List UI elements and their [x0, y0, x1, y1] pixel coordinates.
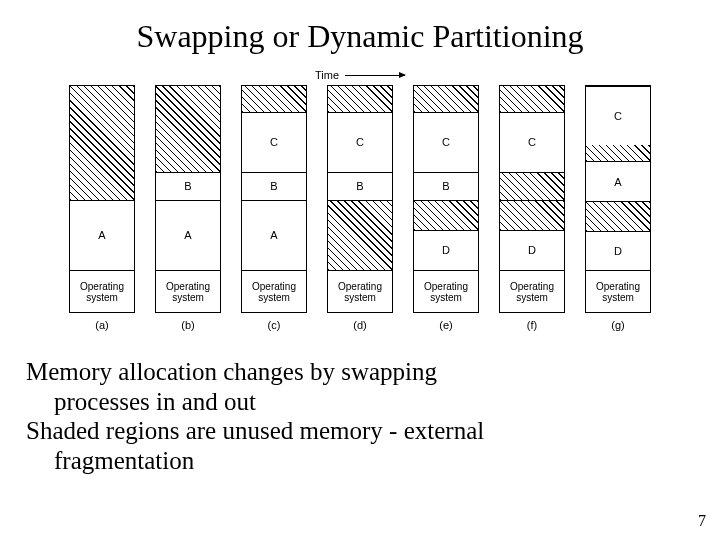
- memory-diagram: OperatingsystemA(a)OperatingsystemAB(b)O…: [20, 85, 700, 331]
- process-segment: B: [242, 172, 306, 200]
- os-segment: Operatingsystem: [500, 270, 564, 312]
- free-segment: [500, 172, 564, 200]
- body-line-4: fragmentation: [26, 446, 680, 476]
- column-caption: (c): [268, 319, 281, 331]
- os-segment: Operatingsystem: [242, 270, 306, 312]
- free-segment: [414, 86, 478, 112]
- free-segment: [500, 86, 564, 112]
- column-caption: (b): [181, 319, 194, 331]
- process-segment: D: [586, 231, 650, 271]
- memory-bar: OperatingsystemDBC: [413, 85, 479, 313]
- free-segment: [70, 86, 134, 200]
- process-segment: C: [242, 112, 306, 172]
- column-caption: (e): [439, 319, 452, 331]
- caption-text: Memory allocation changes by swapping pr…: [26, 357, 680, 475]
- memory-column-g: OperatingsystemDAC(g): [585, 85, 651, 331]
- free-segment: [500, 200, 564, 230]
- memory-column-f: OperatingsystemDC(f): [499, 85, 565, 331]
- process-segment: B: [328, 172, 392, 200]
- column-caption: (g): [611, 319, 624, 331]
- process-segment: B: [414, 172, 478, 200]
- process-segment: D: [500, 230, 564, 270]
- memory-column-a: OperatingsystemA(a): [69, 85, 135, 331]
- column-caption: (d): [353, 319, 366, 331]
- process-segment: A: [70, 200, 134, 270]
- memory-column-c: OperatingsystemABC(c): [241, 85, 307, 331]
- memory-column-e: OperatingsystemDBC(e): [413, 85, 479, 331]
- memory-bar: OperatingsystemDAC: [585, 85, 651, 313]
- os-segment: Operatingsystem: [156, 270, 220, 312]
- memory-bar: OperatingsystemA: [69, 85, 135, 313]
- body-line-1: Memory allocation changes by swapping: [26, 358, 437, 385]
- os-segment: Operatingsystem: [586, 270, 650, 312]
- process-segment: C: [328, 112, 392, 172]
- os-segment: Operatingsystem: [70, 270, 134, 312]
- process-segment: B: [156, 172, 220, 200]
- memory-bar: OperatingsystemAB: [155, 85, 221, 313]
- memory-column-b: OperatingsystemAB(b): [155, 85, 221, 331]
- os-segment: Operatingsystem: [414, 270, 478, 312]
- memory-column-d: OperatingsystemBC(d): [327, 85, 393, 331]
- column-caption: (a): [95, 319, 108, 331]
- process-segment: D: [414, 230, 478, 270]
- process-segment: A: [586, 161, 650, 201]
- process-segment: C: [500, 112, 564, 172]
- process-segment: C: [414, 112, 478, 172]
- arrow-right-icon: [345, 75, 405, 76]
- free-segment: [328, 200, 392, 270]
- process-segment: A: [242, 200, 306, 270]
- free-segment: [414, 200, 478, 230]
- memory-bar: OperatingsystemBC: [327, 85, 393, 313]
- os-segment: Operatingsystem: [328, 270, 392, 312]
- memory-bar: OperatingsystemABC: [241, 85, 307, 313]
- body-line-2: processes in and out: [26, 387, 680, 417]
- process-segment: C: [586, 86, 650, 145]
- page-number: 7: [698, 512, 706, 530]
- time-label: Time: [315, 69, 339, 81]
- process-segment: A: [156, 200, 220, 270]
- slide-title: Swapping or Dynamic Partitioning: [20, 18, 700, 55]
- memory-bar: OperatingsystemDC: [499, 85, 565, 313]
- free-segment: [328, 86, 392, 112]
- column-caption: (f): [527, 319, 537, 331]
- free-segment: [156, 86, 220, 172]
- free-segment: [242, 86, 306, 112]
- body-line-3: Shaded regions are unused memory - exter…: [26, 417, 484, 444]
- free-segment: [586, 201, 650, 231]
- time-axis: Time: [20, 69, 700, 81]
- free-segment: [586, 145, 650, 161]
